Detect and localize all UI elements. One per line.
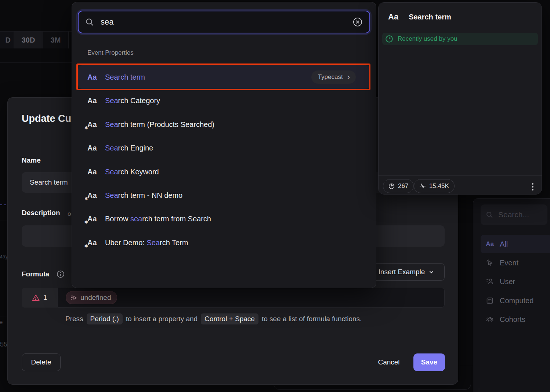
details-divider [379,175,542,176]
warning-icon [32,294,40,302]
name-label: Name [22,156,41,164]
bg-chart-dashed-line [0,204,6,205]
typecast-button[interactable]: Typecast› [311,70,356,84]
more-options-kebab-icon[interactable] [528,181,538,193]
property-name: Borrow search term from Search [105,215,211,223]
app-root: D 30D 3M May e 55 AaAllEventUserComputed… [0,0,550,392]
section-header: Event Properties [87,49,134,57]
chevron-down-icon [428,269,434,275]
key-control-space: Control + Space [201,313,258,324]
search-icon [85,18,94,26]
sidebar-search-field[interactable] [481,204,547,225]
sidebar-item-label: Cohorts [500,315,525,324]
cohorts-icon [486,316,494,323]
modal-title: Update Cu [22,113,71,124]
pie-chart-icon [388,183,395,189]
property-name: Uber Demo: Search Term [105,239,188,247]
property-name: Search Category [105,97,160,105]
event-count-pill[interactable]: 267 [383,179,414,193]
property-result-row[interactable]: Aa✱Search term (Products Searched) [78,113,370,136]
property-result-row[interactable]: Aa✱Uber Demo: Search Term [78,231,370,254]
sidebar-item-label: All [500,240,508,248]
bg-toolbar-divider [0,62,72,63]
sidebar-item-event[interactable]: Event [481,254,550,272]
search-icon [486,211,493,218]
key-period: Period (.) [87,313,123,324]
save-button[interactable]: Save [413,353,445,371]
time-range-tab-3m[interactable]: 3M [43,32,68,48]
property-name: Search term (Products Searched) [105,120,214,129]
bg-axis-label-may: May [0,253,8,259]
computed-icon [486,297,494,304]
bg-label-fragment: e [0,319,3,326]
formula-error-gutter: 1 [22,288,57,308]
property-name: Search Keyword [105,168,159,176]
chevron-right-icon: › [347,73,350,81]
custom-star-icon: ✱ [84,220,88,225]
property-details-panel: Aa Search term Recently used by you 267 … [378,2,542,195]
clear-search-icon[interactable] [352,17,363,27]
volume-pill[interactable]: 15.45K [414,179,455,193]
text-type-icon: Aa [87,73,100,81]
property-search-field[interactable] [78,11,370,33]
property-type-sidebar: AaAllEventUserComputedCohorts [473,198,550,392]
property-name: Search term [105,73,145,81]
text-type-icon: Aa [388,12,398,22]
property-result-row[interactable]: Aa✱Borrow search term from Search [78,207,370,231]
custom-star-icon: ✱ [84,244,88,248]
formula-label: Formula [22,270,49,278]
description-label: Description [22,209,60,217]
details-title-row: Aa Search term [388,12,451,22]
sidebar-item-user[interactable]: User [481,272,550,291]
custom-text-type-icon: Aa✱ [87,120,100,129]
activity-icon [419,183,426,189]
sidebar-item-label: User [500,277,515,286]
text-type-icon: Aa [486,240,494,248]
tab-separator [68,32,69,48]
text-type-icon: Aa [87,168,100,176]
custom-star-icon: ✱ [84,196,88,201]
sidebar-item-all[interactable]: AaAll [481,235,550,253]
custom-text-type-icon: Aa✱ [87,239,100,247]
property-reference-icon [70,295,77,301]
custom-text-type-icon: Aa✱ [87,215,100,223]
property-name: Search term - NN demo [105,191,182,200]
property-result-row[interactable]: AaSearch termTypecast› [78,65,370,89]
sidebar-item-cohorts[interactable]: Cohorts [481,310,550,329]
recently-used-badge: Recently used by you [382,33,538,45]
sidebar-item-computed[interactable]: Computed [481,291,550,310]
property-result-row[interactable]: Aa✱Search term - NN demo [78,184,370,207]
sidebar-item-label: Event [500,259,518,267]
custom-text-type-icon: Aa✱ [87,191,100,200]
bg-gridline [0,316,7,316]
text-type-icon: Aa [87,144,100,152]
user-icon [486,278,494,285]
property-result-row[interactable]: AaSearch Keyword [78,160,370,184]
description-optional-fragment: o [68,210,71,218]
info-icon[interactable] [57,270,65,278]
formula-undefined-chip[interactable]: undefined [66,291,117,304]
bg-label-fragment: 55 [0,341,7,348]
sidebar-item-label: Computed [500,297,533,305]
formula-editor[interactable]: undefined [57,288,445,308]
property-result-row[interactable]: AaSearch Category [78,89,370,112]
text-type-icon: Aa [87,97,100,105]
property-search-input[interactable] [100,17,347,27]
custom-star-icon: ✱ [84,126,88,130]
event-icon [486,259,494,266]
delete-button[interactable]: Delete [22,353,61,371]
details-title: Search term [409,13,451,21]
property-name: Search Engine [105,144,153,152]
bg-divider-fragment [458,366,473,366]
formula-hint: Press Period (.) to insert a property an… [65,313,362,324]
bg-gridline [0,221,7,221]
error-count: 1 [43,294,47,302]
time-range-tab-30d[interactable]: 30D [14,32,43,48]
cancel-button[interactable]: Cancel [367,353,411,371]
insert-example-button[interactable]: Insert Example [368,263,445,281]
sidebar-search-input[interactable] [497,210,542,219]
property-search-dropdown: Event Properties AaSearch termTypecast›A… [72,2,376,288]
clock-icon [385,35,393,43]
time-range-tab-fragment[interactable]: D [0,32,14,48]
property-result-row[interactable]: AaSearch Engine [78,136,370,160]
